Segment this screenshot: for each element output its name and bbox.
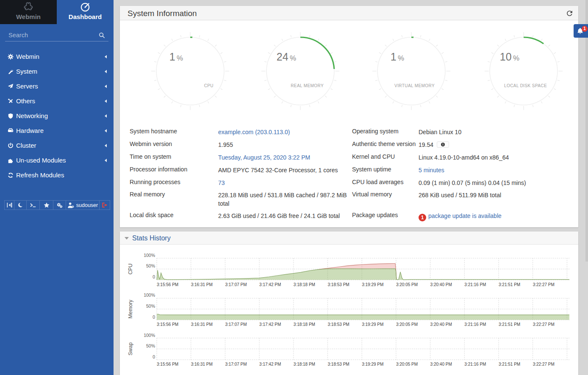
svg-text:0: 0 xyxy=(153,274,155,279)
svg-text:CPU: CPU xyxy=(128,264,133,275)
svg-text:3:19:29 PM: 3:19:29 PM xyxy=(362,362,383,367)
svg-text:0: 0 xyxy=(153,314,155,320)
svg-text:3:21:16 PM: 3:21:16 PM xyxy=(464,282,486,287)
svg-text:3:18:53 PM: 3:18:53 PM xyxy=(328,282,349,287)
svg-text:3:20:05 PM: 3:20:05 PM xyxy=(396,362,418,367)
svg-text:3:18:18 PM: 3:18:18 PM xyxy=(294,282,315,287)
svg-text:3:17:42 PM: 3:17:42 PM xyxy=(259,322,281,327)
svg-text:0: 0 xyxy=(153,354,155,359)
svg-text:100%: 100% xyxy=(144,333,155,338)
svg-text:3:20:05 PM: 3:20:05 PM xyxy=(396,322,418,327)
svg-text:3:15:56 PM: 3:15:56 PM xyxy=(157,362,178,367)
svg-text:Swap: Swap xyxy=(128,342,133,356)
svg-text:3:18:53 PM: 3:18:53 PM xyxy=(328,362,349,367)
svg-text:3:20:40 PM: 3:20:40 PM xyxy=(430,322,452,327)
svg-text:50%: 50% xyxy=(146,303,155,309)
svg-text:3:18:18 PM: 3:18:18 PM xyxy=(294,362,315,367)
svg-text:3:22:27 PM: 3:22:27 PM xyxy=(533,282,555,287)
svg-text:3:20:05 PM: 3:20:05 PM xyxy=(396,282,418,287)
svg-text:3:21:51 PM: 3:21:51 PM xyxy=(499,362,520,367)
svg-text:3:18:53 PM: 3:18:53 PM xyxy=(328,322,349,327)
svg-text:3:22:27 PM: 3:22:27 PM xyxy=(533,362,555,367)
svg-text:Memory: Memory xyxy=(128,299,133,318)
svg-text:100%: 100% xyxy=(144,292,155,298)
svg-text:3:20:40 PM: 3:20:40 PM xyxy=(430,282,452,287)
svg-text:3:16:31 PM: 3:16:31 PM xyxy=(191,322,213,327)
svg-text:50%: 50% xyxy=(146,343,155,348)
svg-text:3:17:07 PM: 3:17:07 PM xyxy=(225,282,247,287)
svg-text:3:17:42 PM: 3:17:42 PM xyxy=(259,362,281,367)
svg-text:3:17:07 PM: 3:17:07 PM xyxy=(225,362,247,367)
svg-text:3:18:18 PM: 3:18:18 PM xyxy=(294,322,315,327)
svg-text:3:20:40 PM: 3:20:40 PM xyxy=(430,362,452,367)
svg-text:100%: 100% xyxy=(144,253,155,258)
svg-text:3:21:16 PM: 3:21:16 PM xyxy=(464,322,486,327)
svg-text:3:19:29 PM: 3:19:29 PM xyxy=(362,282,383,287)
svg-text:3:21:16 PM: 3:21:16 PM xyxy=(464,362,486,367)
svg-text:3:22:27 PM: 3:22:27 PM xyxy=(533,322,555,327)
svg-text:3:17:42 PM: 3:17:42 PM xyxy=(259,282,281,287)
svg-text:3:21:51 PM: 3:21:51 PM xyxy=(499,322,520,327)
svg-text:3:16:31 PM: 3:16:31 PM xyxy=(191,282,213,287)
svg-text:3:17:07 PM: 3:17:07 PM xyxy=(225,322,247,327)
svg-text:3:19:29 PM: 3:19:29 PM xyxy=(362,322,383,327)
svg-text:3:21:51 PM: 3:21:51 PM xyxy=(499,282,520,287)
svg-text:3:16:31 PM: 3:16:31 PM xyxy=(191,362,213,367)
svg-text:3:15:56 PM: 3:15:56 PM xyxy=(157,322,178,327)
svg-text:50%: 50% xyxy=(146,263,155,268)
svg-text:3:15:56 PM: 3:15:56 PM xyxy=(157,282,178,287)
